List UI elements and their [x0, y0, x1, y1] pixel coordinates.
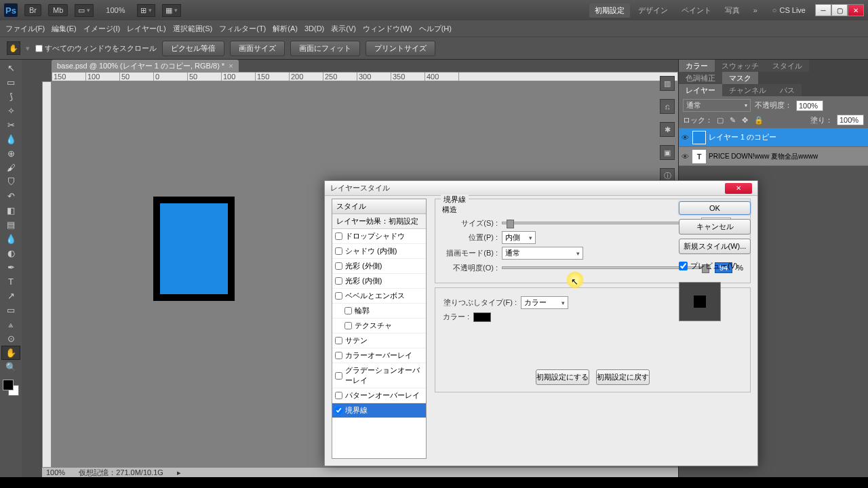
- minibridge-icon[interactable]: Mb: [48, 4, 68, 16]
- menu-layer[interactable]: レイヤー(L): [127, 24, 165, 34]
- opt-btn-2[interactable]: 画面にフィット: [290, 41, 360, 56]
- screen-mode-dd[interactable]: ▭: [75, 4, 94, 17]
- color-swatch[interactable]: [473, 312, 491, 322]
- workspace-mode-2[interactable]: ペイント: [676, 3, 717, 18]
- menu-analysis[interactable]: 解析(A): [273, 24, 298, 34]
- layer-thumb[interactable]: [692, 131, 706, 144]
- path-tool[interactable]: ↗: [1, 289, 20, 303]
- cancel-button[interactable]: キャンセル: [679, 219, 751, 235]
- layer-row[interactable]: 👁 T PRICE DOWN!www 夏物全品wwww: [679, 147, 868, 166]
- style-stroke[interactable]: 境界線: [332, 403, 426, 418]
- panel-icon-2[interactable]: ⎌: [660, 99, 675, 114]
- preview-checkbox[interactable]: プレビュー(V): [679, 261, 751, 271]
- style-contour[interactable]: 輪郭: [332, 304, 426, 319]
- style-inner-glow[interactable]: 光彩 (内側): [332, 274, 426, 289]
- menu-3d[interactable]: 3D(D): [304, 24, 324, 33]
- opt-btn-3[interactable]: プリントサイズ: [366, 41, 435, 56]
- move-tool[interactable]: ↖: [1, 61, 20, 75]
- styles-subheader[interactable]: レイヤー効果：初期設定: [332, 214, 426, 229]
- wand-tool[interactable]: ✧: [1, 104, 20, 118]
- lasso-tool[interactable]: ⟆: [1, 89, 20, 104]
- workspace-mode-1[interactable]: デザイン: [633, 3, 673, 18]
- 3d-tool[interactable]: ⟁: [1, 317, 20, 331]
- new-style-button[interactable]: 新規スタイル(W)...: [679, 239, 751, 254]
- status-zoom[interactable]: 100%: [46, 468, 65, 476]
- style-texture[interactable]: テクスチャ: [332, 319, 426, 333]
- visibility-icon[interactable]: 👁: [680, 134, 690, 142]
- style-inner-shadow[interactable]: シャドウ (内側): [332, 244, 426, 259]
- menu-view[interactable]: 表示(V): [331, 24, 356, 34]
- position-dd[interactable]: 内側: [502, 231, 536, 244]
- workspace-more[interactable]: »: [748, 4, 763, 16]
- bridge-icon[interactable]: Br: [24, 4, 41, 16]
- blendmode-dd[interactable]: 通常: [502, 247, 583, 260]
- type-tool[interactable]: T: [1, 274, 20, 289]
- ok-button[interactable]: OK: [679, 201, 751, 215]
- tab-styles[interactable]: スタイル: [766, 60, 809, 72]
- menu-file[interactable]: ファイル(F): [5, 24, 45, 34]
- marquee-tool[interactable]: ▭: [1, 75, 20, 89]
- layer-thumb[interactable]: T: [692, 150, 706, 163]
- brush-tool[interactable]: 🖌: [1, 161, 20, 175]
- eraser-tool[interactable]: ◧: [1, 203, 20, 218]
- scroll-all-checkbox[interactable]: すべてのウィンドウをスクロール: [35, 43, 157, 54]
- status-arrow[interactable]: ▸: [177, 468, 181, 477]
- hand-tool[interactable]: ✋: [1, 346, 20, 360]
- maximize-icon[interactable]: ▢: [831, 4, 848, 16]
- visibility-icon[interactable]: 👁: [680, 152, 690, 161]
- tab-color[interactable]: カラー: [679, 60, 715, 72]
- fill-field[interactable]: 100%: [837, 115, 864, 125]
- minimize-icon[interactable]: ─: [815, 4, 831, 16]
- opt-btn-1[interactable]: 画面サイズ: [230, 41, 285, 56]
- size-slider[interactable]: [502, 222, 697, 224]
- menu-filter[interactable]: フィルター(T): [219, 24, 266, 34]
- style-bevel[interactable]: ベベルとエンボス: [332, 289, 426, 304]
- tab-adjust[interactable]: 色調補正: [679, 72, 722, 84]
- style-drop-shadow[interactable]: ドロップシャドウ: [332, 229, 426, 244]
- style-outer-glow[interactable]: 光彩 (外側): [332, 259, 426, 274]
- tab-swatch[interactable]: スウォッチ: [715, 60, 766, 72]
- panel-icon-4[interactable]: ▣: [660, 145, 675, 160]
- zoom-tool[interactable]: 🔍: [1, 360, 20, 374]
- zoom-level[interactable]: 100%: [106, 6, 125, 14]
- shape-tool[interactable]: ▭: [1, 303, 20, 317]
- reset-default-button[interactable]: 初期設定に戻す: [596, 369, 650, 385]
- dialog-close-icon[interactable]: ✕: [725, 183, 752, 194]
- panel-icon-1[interactable]: ▥: [660, 76, 675, 91]
- heal-tool[interactable]: ⊕: [1, 146, 20, 161]
- workspace-mode-3[interactable]: 写真: [719, 3, 745, 18]
- menu-help[interactable]: ヘルプ(H): [419, 24, 452, 34]
- menu-image[interactable]: イメージ(I): [83, 24, 120, 34]
- panel-icon-3[interactable]: ✱: [660, 122, 675, 137]
- tab-paths[interactable]: パス: [773, 84, 802, 96]
- tab-mask[interactable]: マスク: [722, 72, 758, 84]
- camera-tool[interactable]: ⊙: [1, 331, 20, 346]
- lock-icons[interactable]: ▢ ✎ ✥ 🔒: [717, 116, 766, 125]
- pen-tool[interactable]: ✒: [1, 260, 20, 274]
- eyedropper-tool[interactable]: 💧: [1, 132, 20, 146]
- filltype-dd[interactable]: カラー: [521, 296, 568, 309]
- tab-close-icon[interactable]: ×: [229, 62, 233, 70]
- color-swatches[interactable]: [1, 378, 20, 397]
- history-tool[interactable]: ↶: [1, 189, 20, 203]
- arrange-dd[interactable]: ⊞: [137, 4, 155, 17]
- blur-tool[interactable]: 💧: [1, 232, 20, 246]
- cslive-button[interactable]: CS Live: [772, 6, 806, 14]
- crop-tool[interactable]: ✂: [1, 118, 20, 132]
- style-gradient-overlay[interactable]: グラデーションオーバーレイ: [332, 363, 426, 388]
- style-satin[interactable]: サテン: [332, 333, 426, 348]
- stamp-tool[interactable]: ⛉: [1, 175, 20, 189]
- style-pattern-overlay[interactable]: パターンオーバーレイ: [332, 388, 426, 403]
- workspace-mode-0[interactable]: 初期設定: [589, 3, 630, 18]
- view-dd[interactable]: ▦: [162, 4, 181, 17]
- tab-layers[interactable]: レイヤー: [679, 84, 722, 96]
- blend-mode-dd[interactable]: 通常: [683, 99, 751, 112]
- menu-window[interactable]: ウィンドウ(W): [363, 24, 412, 34]
- make-default-button[interactable]: 初期設定にする: [536, 369, 589, 385]
- layer-row[interactable]: 👁 レイヤー 1 のコピー: [679, 128, 868, 147]
- close-icon[interactable]: ✕: [848, 4, 864, 16]
- tab-channels[interactable]: チャンネル: [722, 84, 773, 96]
- opt-btn-0[interactable]: ピクセル等倍: [162, 41, 224, 56]
- document-tab[interactable]: base.psd @ 100% (レイヤー 1 のコピー, RGB/8) *×: [52, 60, 239, 72]
- gradient-tool[interactable]: ▤: [1, 218, 20, 232]
